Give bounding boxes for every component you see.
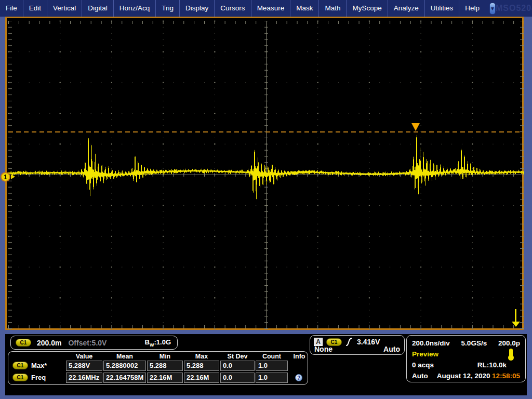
channel-1-bandwidth: BW:1.0G [145, 338, 171, 348]
col-header-mean: Mean [103, 353, 146, 360]
meas-cell-min: 5.288 [147, 361, 183, 371]
channel-1-position-marker[interactable]: 1 [1, 172, 15, 182]
trigger-readout[interactable]: A C1 3.416V None Auto [310, 335, 405, 355]
timebase-scale: 200.0ns/div [412, 338, 450, 349]
preview-indicator-icon [508, 349, 514, 361]
trigger-mode: Auto [383, 345, 400, 353]
col-header-value: Value [66, 353, 102, 360]
col-header-info: Info [289, 353, 310, 360]
info-help-icon[interactable]: ? [295, 374, 302, 381]
menu-overflow-button[interactable]: ▼ [489, 3, 496, 15]
menu-measure[interactable]: Measure [251, 0, 290, 17]
menu-analyze[interactable]: Analyze [388, 0, 424, 17]
meas-cell-mean: 22.164758M [103, 373, 146, 383]
meas-cell-min: 22.16M [147, 373, 183, 383]
menu-myscope[interactable]: MyScope [346, 0, 387, 17]
date-display: August 12, 2020 [437, 370, 490, 381]
menu-display[interactable]: Display [179, 0, 214, 17]
measurement-table: Value Mean Min Max St Dev Count Info C1 … [8, 351, 308, 385]
waveform-canvas[interactable] [7, 18, 525, 331]
menu-cursors[interactable]: Cursors [214, 0, 250, 17]
col-header-min: Min [147, 353, 183, 360]
menu-vertical[interactable]: Vertical [47, 0, 82, 17]
trigger-position-marker[interactable] [411, 123, 420, 131]
channel-1-scale: 200.0m [37, 339, 61, 347]
time-display: 12:58:05 [492, 370, 520, 381]
menu-horiz-acq[interactable]: Horiz/Acq [113, 0, 156, 17]
waveform-display-area: 1 [5, 17, 524, 330]
menu-math[interactable]: Math [318, 0, 346, 17]
trigger-level-value: 3.416V [357, 338, 380, 346]
meas-cell-max: 5.288 [184, 361, 219, 371]
record-length: RL:10.0k [477, 360, 507, 370]
sample-interval: 200.0p [498, 338, 520, 349]
channel-1-readout[interactable]: C1 200.0m Offset:5.0V BW:1.0G [10, 336, 178, 350]
menu-bar: File Edit Vertical Digital Horiz/Acq Tri… [0, 0, 532, 17]
meas-cell-mean: 5.2880002 [103, 361, 146, 371]
timebase-readout[interactable]: 200.0ns/div 5.0GS/s 200.0p Preview 0 acq… [406, 335, 526, 382]
meas-row-name: Freq [31, 373, 64, 383]
menu-trig[interactable]: Trig [155, 0, 179, 17]
meas-cell-count: 1.0 [256, 361, 288, 371]
menu-digital[interactable]: Digital [82, 0, 113, 17]
meas-cell-stdev: 0.0 [220, 373, 255, 383]
channel-1-arrow-icon [11, 174, 15, 179]
trigger-mode-secondary: None [314, 345, 332, 353]
channel-1-offset: Offset:5.0V [68, 339, 107, 347]
menu-utilities[interactable]: Utilities [424, 0, 459, 17]
meas-row-name: Max* [31, 361, 64, 371]
col-header-stdev: St Dev [220, 353, 255, 360]
meas-cell-value: 5.288V [66, 361, 102, 371]
chevron-down-icon: ▼ [490, 6, 495, 11]
menu-help[interactable]: Help [459, 0, 485, 17]
col-header-max: Max [184, 353, 219, 360]
menu-edit[interactable]: Edit [23, 0, 47, 17]
trigger-mode-indicator: Auto [412, 370, 428, 381]
acquisition-count: 0 acqs [412, 360, 434, 370]
menu-mask[interactable]: Mask [290, 0, 318, 17]
channel-1-label: 1 [1, 172, 10, 182]
channel-1-badge[interactable]: C1 [16, 339, 31, 347]
col-header-count: Count [256, 353, 288, 360]
meas-cell-count: 1.0 [256, 373, 288, 383]
acquisition-status: Preview [412, 349, 438, 360]
sample-rate: 5.0GS/s [461, 338, 487, 349]
readout-panel: C1 200.0m Offset:5.0V BW:1.0G Value Mean… [5, 334, 527, 395]
rising-edge-slope-icon [345, 337, 353, 347]
menu-file[interactable]: File [0, 0, 23, 17]
meas-cell-max: 22.16M [184, 373, 219, 383]
meas-row-channel-badge: C1 [12, 362, 28, 369]
delay-reference-arrow-icon [511, 309, 520, 327]
model-label: MSO5204 [496, 4, 532, 13]
meas-row-channel-badge: C1 [12, 374, 28, 381]
meas-cell-value: 22.16MHz [66, 373, 102, 383]
meas-cell-stdev: 0.0 [220, 361, 255, 371]
